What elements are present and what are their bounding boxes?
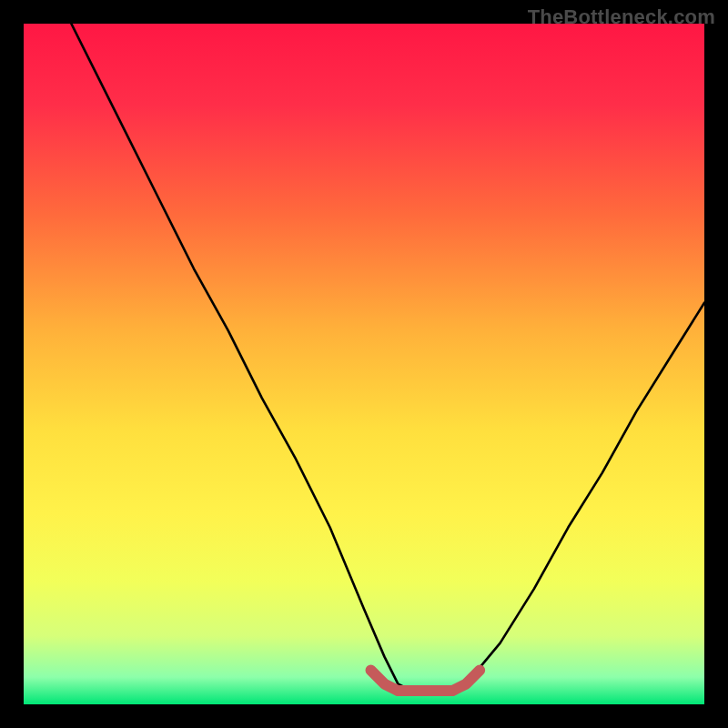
chart-frame: TheBottleneck.com bbox=[0, 0, 728, 728]
curve-layer bbox=[24, 24, 704, 704]
bottleneck-curve bbox=[71, 24, 704, 691]
highlight-band bbox=[370, 671, 480, 691]
watermark-text: TheBottleneck.com bbox=[528, 5, 715, 29]
plot-area bbox=[24, 24, 704, 704]
